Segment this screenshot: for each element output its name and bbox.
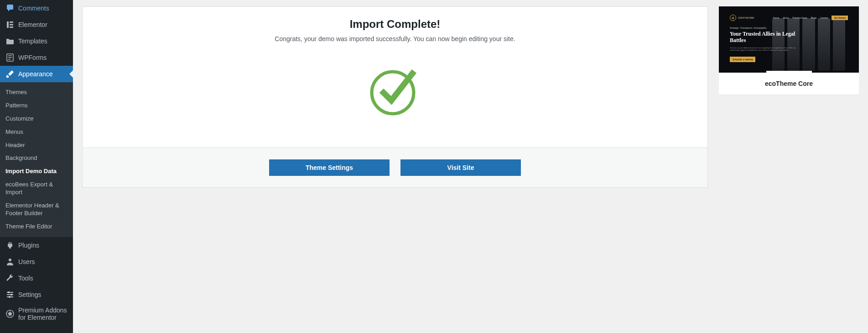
- theme-settings-button[interactable]: Theme Settings: [269, 159, 390, 176]
- sidebar-item-templates[interactable]: Templates: [0, 33, 73, 49]
- submenu-customize[interactable]: Customize: [0, 112, 73, 126]
- wpforms-icon: [5, 53, 15, 62]
- panel-body: Import Complete! Congrats, your demo was…: [83, 7, 707, 148]
- thumb-brand: GRAYWORD: [738, 16, 754, 19]
- sidebar-item-comments[interactable]: Comments: [0, 0, 73, 16]
- page-subtitle: Congrats, your demo was imported success…: [96, 35, 694, 42]
- visit-site-button[interactable]: Visit Site: [400, 159, 521, 176]
- sidebar-item-label: Templates: [18, 37, 47, 45]
- svg-rect-3: [10, 26, 13, 28]
- thumb-nav-item: Home: [773, 16, 779, 19]
- sidebar-item-wpforms[interactable]: WPForms: [0, 49, 73, 66]
- thumb-hero-sub: Strategic. Transparent. Unstoppable.: [730, 26, 800, 29]
- admin-sidebar: Comments Elementor Templates WPForms App…: [0, 0, 73, 188]
- content-wrap: Import Complete! Congrats, your demo was…: [73, 0, 868, 188]
- sidebar-item-label: Appearance: [18, 70, 53, 78]
- submenu-patterns[interactable]: Patterns: [0, 99, 73, 112]
- folder-icon: [5, 37, 15, 46]
- submenu-themes[interactable]: Themes: [0, 86, 73, 99]
- svg-rect-1: [10, 21, 13, 23]
- appearance-submenu: Themes Patterns Customize Menus Header B…: [0, 82, 73, 188]
- sidebar-item-label: WPForms: [18, 54, 47, 61]
- thumb-logo-icon: G: [730, 15, 736, 21]
- submenu-header[interactable]: Header: [0, 139, 73, 152]
- thumb-hero-desc: Trust us as your dedicated partners in n…: [730, 47, 800, 51]
- elementor-icon: [5, 20, 15, 29]
- submenu-background[interactable]: Background: [0, 152, 73, 165]
- thumb-nav-item: Practice Areas: [792, 16, 807, 19]
- thumb-hero-title: Your Trusted Allies in Legal Battles: [730, 31, 800, 44]
- thumb-tab-graphic: [766, 71, 812, 73]
- thumb-nav-item: About: [783, 16, 789, 19]
- thumb-nav: G GRAYWORD Home About Practice Areas Blo…: [730, 15, 848, 21]
- submenu-import-demo-data[interactable]: Import Demo Data: [0, 165, 73, 178]
- panel-footer: Theme Settings Visit Site: [83, 148, 707, 187]
- comments-icon: [5, 4, 15, 13]
- thumb-hero-cta: Schedule a meeting: [730, 57, 755, 62]
- theme-preview-card[interactable]: G GRAYWORD Home About Practice Areas Blo…: [719, 6, 859, 95]
- submenu-menus[interactable]: Menus: [0, 126, 73, 139]
- svg-rect-0: [7, 21, 9, 28]
- thumb-nav-cta: Get Started: [832, 16, 848, 20]
- submenu-ecobees-export-import[interactable]: ecoBees Export & Import: [0, 178, 73, 188]
- sidebar-item-appearance[interactable]: Appearance: [0, 66, 73, 82]
- thumb-hero: Strategic. Transparent. Unstoppable. You…: [730, 26, 800, 62]
- success-check-icon: [96, 65, 694, 116]
- import-complete-panel: Import Complete! Congrats, your demo was…: [82, 6, 708, 188]
- page-title: Import Complete!: [96, 18, 694, 31]
- svg-rect-2: [10, 24, 13, 26]
- thumb-nav-item: Blogs: [811, 16, 817, 19]
- sidebar-item-elementor[interactable]: Elementor: [0, 16, 73, 33]
- thumb-nav-item: Contact: [820, 16, 828, 19]
- theme-preview-thumb: G GRAYWORD Home About Practice Areas Blo…: [719, 6, 859, 73]
- theme-preview-title: ecoTheme Core: [719, 73, 859, 95]
- sidebar-item-label: Comments: [18, 5, 49, 12]
- sidebar-item-label: Elementor: [18, 21, 47, 28]
- brush-icon: [5, 69, 15, 79]
